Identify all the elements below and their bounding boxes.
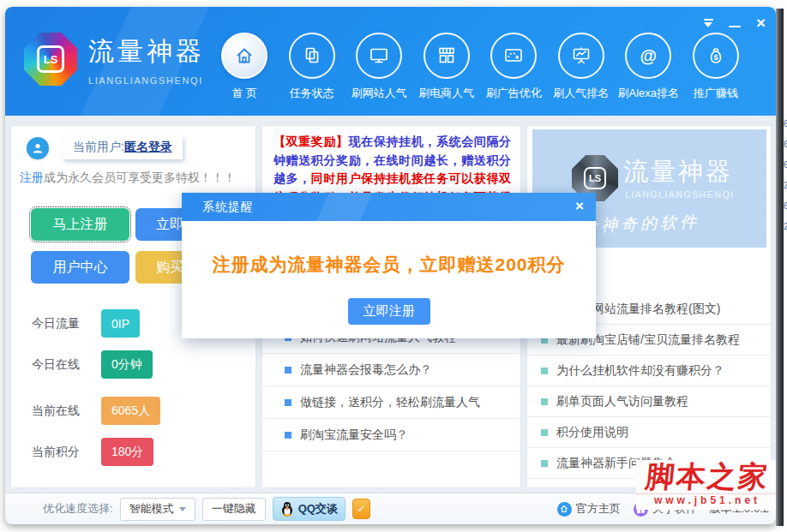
dialog-message: 注册成为流量神器会员，立即赠送200积分: [182, 253, 596, 277]
current-user-row: 当前用户:匿名登录: [27, 136, 183, 159]
dialog-register-button[interactable]: 立即注册: [348, 298, 430, 325]
stat-current-online: 当前在线 6065人: [32, 397, 160, 425]
user-center-button[interactable]: 用户中心: [31, 251, 129, 284]
task-status-icon: [289, 33, 335, 79]
anonymous-login-link[interactable]: 匿名登录: [124, 140, 172, 153]
speed-select-label: 优化速度选择:: [43, 501, 113, 517]
bullet-icon: [285, 399, 291, 406]
banner-title: 流量神器: [623, 155, 733, 189]
bullet-icon: [541, 368, 548, 374]
nav-ecommerce-traffic[interactable]: 刷电商人气: [413, 33, 481, 101]
official-homepage-link[interactable]: 官方主页: [557, 501, 621, 517]
stat-today-traffic: 今日流量 0IP: [32, 309, 140, 338]
qq-penguin-icon: [280, 501, 294, 517]
register-link[interactable]: 注册: [20, 170, 44, 184]
app-window: × LS 流量神器 LIANGLIANGSHENQI 首 页: [5, 7, 776, 524]
chart-board-icon: [558, 33, 604, 79]
watermark-title: 脚本之家: [634, 460, 780, 493]
bullet-icon: [541, 460, 548, 467]
qq-chat-button[interactable]: QQ交谈: [273, 497, 345, 521]
nav-website-traffic[interactable]: 刷网站人气: [345, 33, 413, 101]
register-now-button[interactable]: 马上注册: [31, 208, 129, 241]
logo-octagon-icon: LS: [24, 33, 77, 86]
bullet-icon: [285, 432, 291, 439]
ls-mark: LS: [37, 45, 64, 73]
dialog-titlebar: 系统提醒 ×: [182, 193, 596, 221]
list-item[interactable]: 积分使用说明: [527, 417, 771, 448]
bullet-icon: [541, 398, 548, 405]
storefront-icon: [424, 33, 470, 79]
stat-today-online: 今日在线 0分钟: [32, 350, 153, 379]
bullet-icon: [285, 367, 291, 374]
list-item[interactable]: 为什么挂机软件却没有赚积分？: [527, 356, 771, 386]
dialog-title: 系统提醒: [182, 200, 254, 215]
status-badge: 6065人: [101, 397, 160, 425]
user-avatar-icon: [27, 137, 49, 159]
home-icon: [557, 502, 572, 517]
security-shield-icon[interactable]: ✓: [352, 499, 370, 519]
list-item[interactable]: 做链接，送积分，轻松刷流量人气: [262, 386, 520, 419]
chevron-down-icon: [179, 507, 186, 511]
hide-button[interactable]: 一键隐藏: [202, 498, 266, 521]
close-icon[interactable]: ×: [756, 17, 766, 29]
map-route-icon: [490, 33, 537, 79]
app-subtitle: LIANGLIANGSHENQI: [88, 75, 205, 86]
monitor-icon: [356, 33, 402, 79]
skin-menu-icon[interactable]: [704, 19, 713, 27]
register-promo-text: 注册成为永久会员可享受更多特权！！！: [20, 170, 236, 186]
app-title: 流量神器: [88, 34, 205, 69]
banner-subtitle: LIANGLIANGSHENQI: [625, 189, 734, 200]
system-reminder-dialog: 系统提醒 × 注册成为流量神器会员，立即赠送200积分 立即注册: [182, 193, 596, 338]
at-sign-icon: @: [625, 33, 671, 79]
faq-list: 如何快速刷网站流量人气教程 流量神器会报毒怎么办？ 做链接，送积分，轻松刷流量人…: [262, 321, 520, 451]
bullet-icon: [541, 429, 548, 436]
minimize-icon[interactable]: [729, 19, 741, 27]
stat-current-points: 当前积分 180分: [32, 438, 153, 466]
main-nav: 首 页 任务状态 刷网站人气: [211, 33, 749, 101]
nav-promote-earn[interactable]: $ 推广赚钱: [682, 33, 750, 101]
status-badge: 180分: [101, 438, 153, 466]
nav-home[interactable]: 首 页: [211, 33, 279, 101]
nav-task-status[interactable]: 任务状态: [279, 33, 346, 101]
header: × LS 流量神器 LIANGLIANGSHENQI 首 页: [5, 7, 776, 116]
dialog-close-icon[interactable]: ×: [575, 198, 584, 215]
nav-popularity-rank[interactable]: 刷人气排名: [548, 33, 616, 101]
home-icon: [221, 33, 267, 79]
list-item[interactable]: 刷淘宝流量安全吗？: [262, 419, 520, 451]
status-badge: 0分钟: [101, 350, 153, 379]
nav-alexa-rank[interactable]: @ 刷Alexa排名: [615, 33, 682, 101]
current-user-label: 当前用户:: [73, 140, 124, 153]
screen: × LS 流量神器 LIANGLIANGSHENQI 首 页: [0, 0, 787, 532]
money-bag-icon: $: [693, 33, 739, 79]
watermark-url: www.jb51.net: [636, 493, 778, 506]
mode-select-button[interactable]: 智能模式: [120, 498, 195, 521]
background-window-sliver: 6 6 6 2 6 2: [784, 9, 787, 526]
jb51-watermark: 脚本之家 www.jb51.net: [636, 460, 778, 510]
window-edge-shadow: [776, 9, 784, 526]
svg-text:$: $: [713, 53, 718, 62]
window-controls: ×: [704, 17, 766, 29]
app-logo: LS 流量神器 LIANGLIANGSHENQI: [24, 33, 205, 86]
nav-ad-optimize[interactable]: 刷广告优化: [480, 33, 548, 101]
list-item[interactable]: 刷单页面人气访问量教程: [527, 386, 771, 417]
list-item[interactable]: 流量神器会报毒怎么办？: [262, 354, 520, 386]
status-badge: 0IP: [101, 309, 140, 338]
